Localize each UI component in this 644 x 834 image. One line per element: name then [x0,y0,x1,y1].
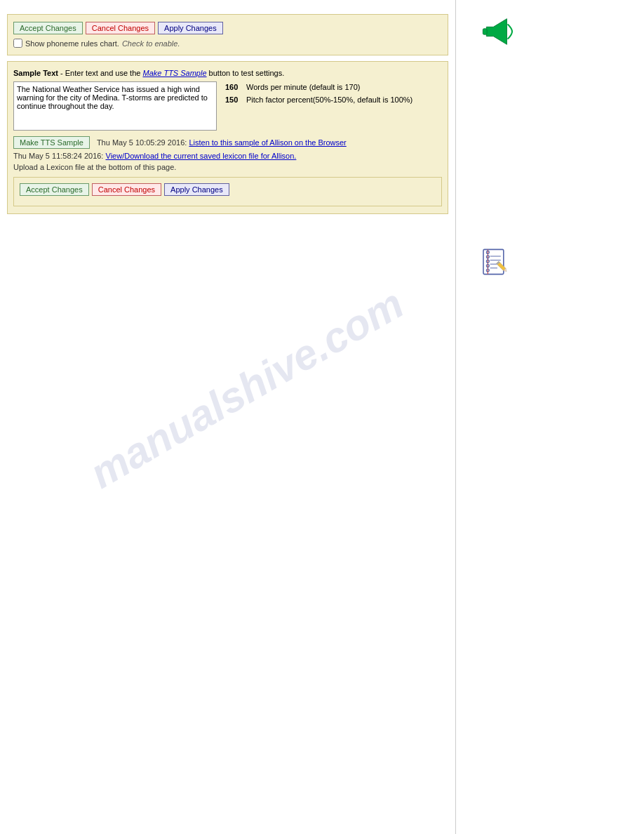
megaphone-icon-container [481,14,633,51]
pitch-row: 150 Pitch factor percent(50%-150%, defau… [225,94,442,107]
sample-content-row: The National Weather Service has issued … [13,81,442,131]
bottom-button-row: Accept Changes Cancel Changes Apply Chan… [20,183,436,196]
lexicon-line: Thu May 5 11:58:24 2016: View/Download t… [13,152,442,160]
tts-listen-link[interactable]: Listen to this sample of Allison on the … [189,138,346,147]
top-button-row: Accept Changes Cancel Changes Apply Chan… [13,22,442,34]
upload-line: Upload a Lexicon file at the bottom of t… [13,163,442,171]
sample-title-bold: Sample Text [13,69,58,77]
bottom-toolbar-section: Accept Changes Cancel Changes Apply Chan… [13,177,442,206]
sample-section: Sample Text - Enter text and use the Mak… [7,61,448,214]
bottom-accept-button[interactable]: Accept Changes [20,183,89,196]
sample-title-suffix: button to test settings. [207,69,285,77]
lexicon-timestamp: Thu May 5 11:58:24 2016: [13,152,103,160]
pitch-label: Pitch factor percent(50%-150%, default i… [246,94,412,107]
wpm-row: 160 Words per minute (default is 170) [225,81,442,94]
notepad-icon-container [481,248,633,278]
pitch-number: 150 [225,94,242,107]
svg-rect-1 [483,29,487,34]
sample-title-dash: - Enter text and use the [58,69,142,77]
svg-marker-0 [486,19,507,45]
phoneme-checkbox[interactable] [13,39,22,48]
right-sidebar [456,0,644,292]
sample-textarea[interactable]: The National Weather Service has issued … [13,81,217,131]
tts-timestamp: Thu May 5 10:05:29 2016: Listen to this … [97,138,347,147]
megaphone-icon [481,14,516,49]
sample-settings: 160 Words per minute (default is 170) 15… [225,81,442,131]
sample-title: Sample Text - Enter text and use the Mak… [13,69,442,77]
top-cancel-button[interactable]: Cancel Changes [86,22,155,34]
phoneme-row: Show phoneme rules chart. Check to enabl… [13,39,442,48]
tts-time-text: Thu May 5 10:05:29 2016: [97,138,187,147]
phoneme-label: Show phoneme rules chart. [25,39,119,48]
phoneme-hint: Check to enable. [122,39,180,48]
notepad-icon [481,248,509,276]
main-content: Accept Changes Cancel Changes Apply Chan… [0,0,456,834]
bottom-cancel-button[interactable]: Cancel Changes [92,183,161,196]
top-accept-button[interactable]: Accept Changes [13,22,83,34]
make-tts-row: Make TTS Sample Thu May 5 10:05:29 2016:… [13,136,442,149]
bottom-apply-button[interactable]: Apply Changes [164,183,229,196]
make-tts-button[interactable]: Make TTS Sample [13,136,90,149]
lexicon-download-link[interactable]: View/Download the current saved lexicon … [106,152,297,160]
make-tts-title-link[interactable]: Make TTS Sample [142,69,206,77]
top-toolbar-section: Accept Changes Cancel Changes Apply Chan… [7,14,448,55]
top-apply-button[interactable]: Apply Changes [158,22,223,34]
wpm-number: 160 [225,81,242,94]
wpm-label: Words per minute (default is 170) [246,81,360,94]
